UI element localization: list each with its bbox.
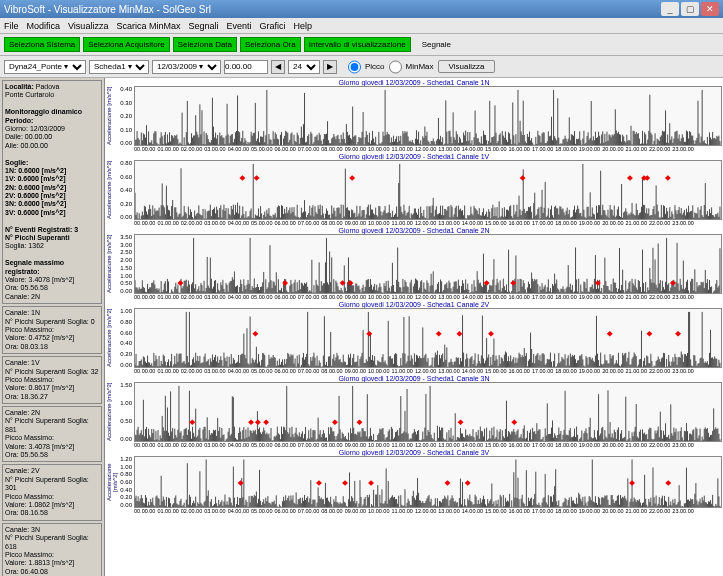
svg-rect-21 bbox=[646, 331, 652, 336]
svg-rect-35 bbox=[368, 480, 374, 485]
system-select[interactable]: Dyna24_Ponte ▾ bbox=[4, 60, 86, 74]
svg-rect-23 bbox=[252, 331, 258, 336]
chart-title: Giorno giovedi 12/03/2009 - Scheda1 Cana… bbox=[106, 227, 722, 234]
svg-rect-30 bbox=[248, 419, 254, 424]
plot-area[interactable] bbox=[134, 160, 722, 220]
chart-1[interactable]: Giorno giovedi 12/03/2009 - Scheda1 Cana… bbox=[106, 153, 722, 226]
interval-label: Intervallo di visualizzazione bbox=[304, 37, 411, 52]
menu-eventi[interactable]: Eventi bbox=[226, 21, 251, 31]
svg-rect-39 bbox=[629, 480, 635, 485]
y-axis-label: Accelerazione [m/s^2] bbox=[106, 456, 116, 508]
chart-title: Giorno giovedi 12/03/2009 - Scheda1 Cana… bbox=[106, 449, 722, 456]
next-button[interactable]: ▶ bbox=[323, 60, 337, 74]
svg-rect-7 bbox=[349, 175, 355, 180]
svg-rect-5 bbox=[644, 175, 650, 180]
time-label: Seleziona Ora bbox=[240, 37, 301, 52]
svg-rect-16 bbox=[607, 331, 613, 336]
visualizza-button[interactable]: Visualizza bbox=[438, 60, 496, 73]
plot-area[interactable] bbox=[134, 308, 722, 368]
menu-modifica[interactable]: Modifica bbox=[27, 21, 61, 31]
svg-rect-17 bbox=[366, 331, 372, 336]
svg-rect-15 bbox=[282, 280, 288, 285]
y-axis: 1.501.000.500.00 bbox=[116, 382, 134, 442]
signal-label: Segnale bbox=[422, 40, 451, 49]
sidebar: Località: Padova Ponte Curtarolo Monitor… bbox=[0, 78, 105, 576]
plot-area[interactable] bbox=[134, 456, 722, 508]
radio-picco[interactable] bbox=[348, 60, 361, 74]
plot-area[interactable] bbox=[134, 234, 722, 294]
y-axis-label: Accelerazione [m/s^2] bbox=[106, 234, 116, 294]
plot-area[interactable] bbox=[134, 382, 722, 442]
menu-visualizza[interactable]: Visualizza bbox=[68, 21, 108, 31]
time-input[interactable] bbox=[224, 60, 268, 74]
titlebar: VibroSoft - Visualizzatore MinMax - SolG… bbox=[0, 0, 723, 18]
prev-button[interactable]: ◀ bbox=[271, 60, 285, 74]
svg-rect-32 bbox=[238, 480, 244, 485]
y-axis: 0.800.600.400.200.00 bbox=[116, 160, 134, 220]
menu-grafici[interactable]: Grafici bbox=[259, 21, 285, 31]
channel-1n: Canale: 1N N° Picchi Superanti Soglia: 0… bbox=[2, 306, 102, 354]
svg-rect-2 bbox=[627, 175, 633, 180]
minimize-button[interactable]: _ bbox=[661, 2, 679, 16]
chart-0[interactable]: Giorno giovedi 12/03/2009 - Scheda1 Cana… bbox=[106, 79, 722, 152]
svg-rect-9 bbox=[177, 280, 183, 285]
menu-segnali[interactable]: Segnali bbox=[188, 21, 218, 31]
system-label: Seleziona Sistema bbox=[4, 37, 80, 52]
x-axis: 00.00.0001.00.0002.00.0003.00.0004.00.00… bbox=[106, 368, 722, 374]
channel-2n: Canale: 2N N° Picchi Superanti Soglia: 8… bbox=[2, 406, 102, 462]
svg-rect-8 bbox=[340, 280, 346, 285]
y-axis-label: Accelerazione [m/s^2] bbox=[106, 160, 116, 220]
svg-rect-33 bbox=[445, 480, 451, 485]
chart-4[interactable]: Giorno giovedi 12/03/2009 - Scheda1 Cana… bbox=[106, 375, 722, 448]
svg-rect-26 bbox=[357, 419, 363, 424]
menu-file[interactable]: File bbox=[4, 21, 19, 31]
menubar: File Modifica Visualizza Scarica MinMax … bbox=[0, 18, 723, 34]
acq-label: Seleziona Acquisitore bbox=[83, 37, 170, 52]
signal-group: Segnale bbox=[422, 40, 451, 49]
svg-rect-18 bbox=[436, 331, 442, 336]
x-axis: 00.00.0001.00.0002.00.0003.00.0004.00.00… bbox=[106, 294, 722, 300]
svg-rect-38 bbox=[316, 480, 322, 485]
svg-rect-28 bbox=[458, 419, 464, 424]
svg-rect-37 bbox=[465, 480, 471, 485]
acq-select[interactable]: Scheda1 ▾ bbox=[89, 60, 149, 74]
chart-title: Giorno giovedi 12/03/2009 - Scheda1 Cana… bbox=[106, 79, 722, 86]
chart-title: Giorno giovedi 12/03/2009 - Scheda1 Cana… bbox=[106, 301, 722, 308]
interval-select[interactable]: 24 ▾ bbox=[288, 60, 320, 74]
chart-5[interactable]: Giorno giovedi 12/03/2009 - Scheda1 Cana… bbox=[106, 449, 722, 514]
toolbar2: Dyna24_Ponte ▾ Scheda1 ▾ 12/03/2009 ▾ ◀ … bbox=[0, 56, 723, 78]
date-select[interactable]: 12/03/2009 ▾ bbox=[152, 60, 221, 74]
maximize-button[interactable]: ▢ bbox=[681, 2, 699, 16]
x-axis: 00.00.0001.00.0002.00.0003.00.0004.00.00… bbox=[106, 508, 722, 514]
y-axis: 1.000.800.600.400.200.00 bbox=[116, 308, 134, 368]
x-axis: 00.00.0001.00.0002.00.0003.00.0004.00.00… bbox=[106, 220, 722, 226]
plot-area[interactable] bbox=[134, 86, 722, 146]
info-box: Località: Padova Ponte Curtarolo Monitor… bbox=[2, 80, 102, 304]
svg-rect-4 bbox=[254, 175, 260, 180]
menu-help[interactable]: Help bbox=[293, 21, 312, 31]
svg-rect-19 bbox=[488, 331, 494, 336]
chart-2[interactable]: Giorno giovedi 12/03/2009 - Scheda1 Cana… bbox=[106, 227, 722, 300]
date-label: Seleziona Data bbox=[173, 37, 237, 52]
chart-title: Giorno giovedi 12/03/2009 - Scheda1 Cana… bbox=[106, 375, 722, 382]
channel-2v: Canale: 2V N° Picchi Superanti Soglia: 3… bbox=[2, 464, 102, 520]
y-axis: 3.503.002.502.001.501.000.500.00 bbox=[116, 234, 134, 294]
svg-rect-27 bbox=[189, 419, 195, 424]
toolbar: Seleziona Sistema Seleziona Acquisitore … bbox=[0, 34, 723, 56]
y-axis-label: Accelerazione [m/s^2] bbox=[106, 308, 116, 368]
close-button[interactable]: ✕ bbox=[701, 2, 719, 16]
chart-title: Giorno giovedi 12/03/2009 - Scheda1 Cana… bbox=[106, 153, 722, 160]
menu-scarica[interactable]: Scarica MinMax bbox=[116, 21, 180, 31]
radio-minmax[interactable] bbox=[389, 60, 402, 74]
y-axis-label: Accelerazione [m/s^2] bbox=[106, 86, 116, 146]
svg-rect-29 bbox=[332, 419, 338, 424]
svg-rect-24 bbox=[255, 419, 261, 424]
charts-area: Giorno giovedi 12/03/2009 - Scheda1 Cana… bbox=[105, 78, 723, 576]
svg-rect-20 bbox=[456, 331, 462, 336]
window-title: VibroSoft - Visualizzatore MinMax - SolG… bbox=[4, 4, 659, 15]
svg-rect-36 bbox=[342, 480, 348, 485]
svg-rect-12 bbox=[670, 280, 676, 285]
channel-1v: Canale: 1V N° Picchi Superanti Soglia: 3… bbox=[2, 356, 102, 404]
chart-3[interactable]: Giorno giovedi 12/03/2009 - Scheda1 Cana… bbox=[106, 301, 722, 374]
x-axis: 00.00.0001.00.0002.00.0003.00.0004.00.00… bbox=[106, 146, 722, 152]
